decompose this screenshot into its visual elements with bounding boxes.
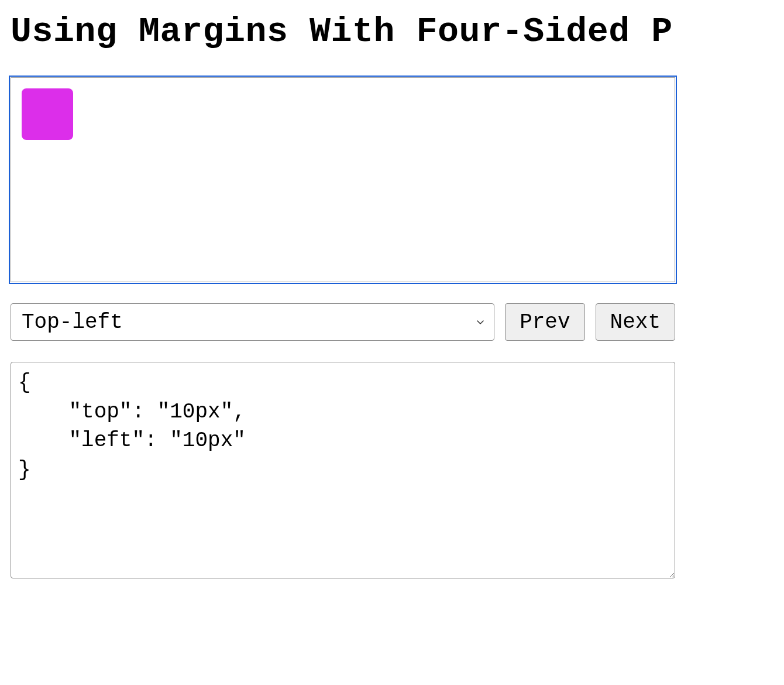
position-select[interactable]: Top-left xyxy=(11,303,494,341)
prev-button[interactable]: Prev xyxy=(505,303,584,341)
controls-row: Top-left Prev Next xyxy=(11,303,675,341)
position-select-wrap: Top-left xyxy=(11,303,494,341)
demo-canvas[interactable] xyxy=(11,77,675,282)
code-textarea[interactable] xyxy=(11,362,675,578)
page-root: Using Margins With Four-Sided P Top-left… xyxy=(0,0,784,589)
next-button[interactable]: Next xyxy=(596,303,675,341)
page-title: Using Margins With Four-Sided P xyxy=(11,12,773,52)
positioned-box xyxy=(22,88,73,140)
